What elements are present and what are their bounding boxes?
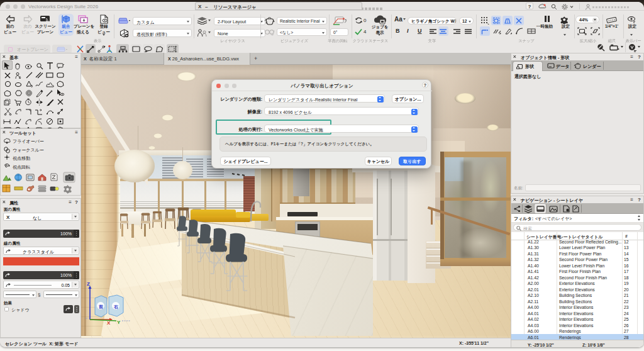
svg-text:右: 右 <box>113 304 118 309</box>
svg-text:前: 前 <box>99 304 103 309</box>
svg-text:Z: Z <box>87 281 90 287</box>
svg-text:Y: Y <box>117 320 121 325</box>
